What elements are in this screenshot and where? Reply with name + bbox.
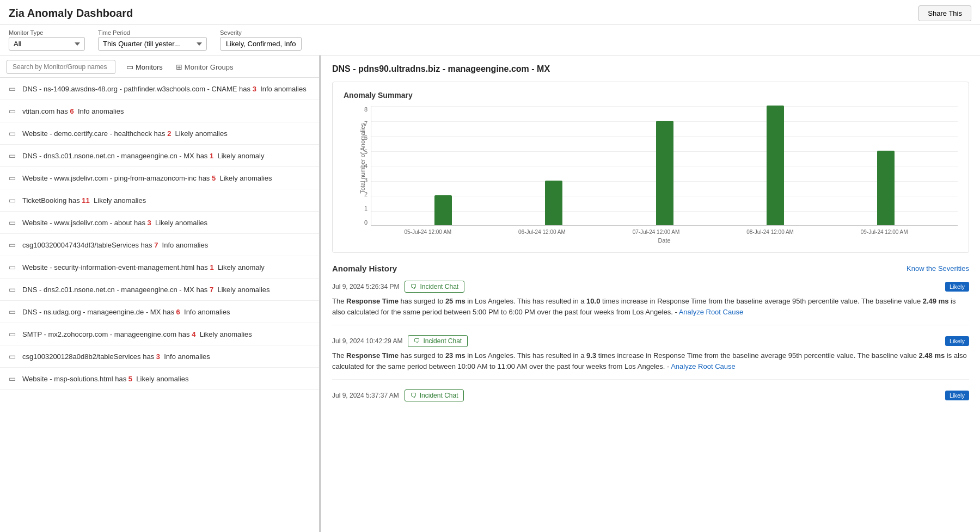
monitors-list: ▭ DNS - ns-1409.awsdns-48.org - pathfind… — [0, 78, 319, 532]
bar-group-2 — [498, 181, 609, 225]
list-item-text-8: csg1003200047434df3/tableServices has — [22, 241, 152, 249]
entry-2-divider — [332, 379, 969, 380]
bold-response-time-1: Response Time — [346, 297, 399, 305]
entry-1-header: Jul 9, 2024 5:26:34 PM 🗨 Incident Chat L… — [332, 281, 969, 293]
page-title: Zia Anomaly Dashboard — [9, 7, 133, 20]
chat-icon-2: 🗨 — [414, 337, 420, 345]
left-panel: ▭ Monitors ⊞ Monitor Groups ▭ DNS - ns-1… — [0, 55, 321, 532]
list-item-2[interactable]: ▭ vtitan.com has 6 Info anomalies — [0, 100, 319, 122]
entry-3-header: Jul 9, 2024 5:37:37 AM 🗨 Incident Chat L… — [332, 389, 969, 401]
share-button[interactable]: Share This — [918, 5, 971, 21]
list-item-suffix-9: Likely anomaly — [216, 263, 265, 271]
y-axis-title: Total number of Anomalies — [359, 123, 366, 194]
list-item-suffix-3: Likely anomalies — [173, 129, 228, 138]
tab-monitors-label: Monitors — [136, 63, 163, 71]
list-item-text-12: SMTP - mx2.zohocorp.com - manageengine.c… — [22, 330, 190, 338]
list-item-text-7: Website - www.jsdelivr.com - about has — [22, 219, 145, 227]
analyze-link-2[interactable]: Analyze Root Cause — [671, 362, 736, 370]
anomaly-summary-chart: Anomaly Summary Total number of Anomalie… — [332, 82, 969, 253]
bold-23ms: 23 ms — [445, 351, 465, 360]
monitor-type-select[interactable]: All — [9, 37, 85, 51]
list-item-count-1: 3 — [250, 85, 258, 93]
list-item-icon-5: ▭ — [9, 174, 16, 182]
monitor-icon: ▭ — [126, 63, 133, 71]
incident-chat-btn-2[interactable]: 🗨 Incident Chat — [408, 335, 468, 347]
list-item-count-9: 1 — [208, 263, 216, 271]
bar-group-3 — [609, 121, 720, 225]
incident-chat-label-3: Incident Chat — [420, 392, 458, 399]
right-panel: DNS - pdns90.ultradns.biz - manageengine… — [321, 55, 980, 532]
top-bar: Zia Anomaly Dashboard Share This — [0, 0, 980, 25]
history-entry-1: Jul 9, 2024 5:26:34 PM 🗨 Incident Chat L… — [332, 281, 969, 325]
y-label-1: 1 — [364, 205, 367, 212]
list-item-4[interactable]: ▭ DNS - dns3.c01.nsone.net.cn - manageen… — [0, 145, 319, 167]
list-item-3[interactable]: ▭ Website - demo.certify.care - healthch… — [0, 122, 319, 145]
list-item-icon-12: ▭ — [9, 330, 16, 338]
entry-1-divider — [332, 325, 969, 325]
tab-monitor-groups-label: Monitor Groups — [185, 63, 234, 71]
list-item-suffix-11: Info anomalies — [182, 308, 230, 316]
list-item-8[interactable]: ▭ csg1003200047434df3/tableServices has … — [0, 234, 319, 256]
incident-chat-btn-3[interactable]: 🗨 Incident Chat — [405, 389, 464, 401]
list-item-6[interactable]: ▭ TicketBooking has 11 Likely anomalies — [0, 189, 319, 212]
list-item-suffix-1: Info anomalies — [259, 85, 307, 93]
list-item-5[interactable]: ▭ Website - www.jsdelivr.com - ping-from… — [0, 167, 319, 189]
y-label-0: 0 — [364, 219, 367, 226]
monitor-type-label: Monitor Type — [9, 29, 85, 36]
bar-3 — [656, 121, 673, 225]
incident-chat-btn-1[interactable]: 🗨 Incident Chat — [405, 281, 464, 293]
list-item-icon-3: ▭ — [9, 129, 16, 138]
bold-2.49ms: 2.49 ms — [923, 297, 949, 305]
list-item-count-6: 11 — [80, 196, 92, 205]
list-item-count-4: 1 — [207, 152, 215, 160]
bar-4 — [767, 106, 784, 225]
list-item-suffix-12: Likely anomalies — [198, 330, 252, 338]
analyze-link-1[interactable]: Analyze Root Cause — [679, 308, 744, 316]
list-item-text-5: Website - www.jsdelivr.com - ping-from-a… — [22, 174, 210, 182]
tab-monitors[interactable]: ▭ Monitors — [124, 61, 165, 72]
y-label-8: 8 — [364, 106, 367, 113]
detail-title: DNS - pdns90.ultradns.biz - manageengine… — [332, 64, 969, 74]
list-item-count-12: 4 — [190, 330, 198, 338]
list-item-icon-13: ▭ — [9, 352, 16, 361]
history-title: Anomaly History — [332, 264, 397, 273]
list-item-suffix-7: Likely anomalies — [153, 219, 207, 227]
list-item-count-10: 7 — [207, 286, 215, 294]
bar-1 — [434, 195, 452, 225]
search-input[interactable] — [7, 60, 115, 74]
monitor-groups-icon: ⊞ — [176, 63, 182, 71]
x-label-2: 06-Jul-24 12:00 AM — [485, 229, 599, 235]
bold-10x: 10.0 — [586, 297, 600, 305]
severity-button[interactable]: Likely, Confirmed, Info — [220, 37, 302, 51]
bold-response-time-2: Response Time — [346, 351, 399, 360]
list-item-text-6: TicketBooking has — [22, 196, 80, 205]
tab-monitor-groups[interactable]: ⊞ Monitor Groups — [174, 61, 236, 72]
entry-2-timestamp: Jul 9, 2024 10:42:29 AM — [332, 337, 402, 345]
list-item-10[interactable]: ▭ DNS - dns2.c01.nsone.net.cn - manageen… — [0, 279, 319, 301]
x-label-5: 09-Jul-24 12:00 AM — [827, 229, 941, 235]
list-item-count-8: 7 — [152, 241, 160, 249]
list-item-icon-7: ▭ — [9, 218, 16, 227]
list-item-9[interactable]: ▭ Website - security-information-event-m… — [0, 256, 319, 279]
know-severities-link[interactable]: Know the Severities — [906, 264, 969, 273]
list-item-count-5: 5 — [210, 174, 217, 182]
time-period-filter: Time Period This Quarter (till yester... — [98, 29, 207, 51]
list-item-1[interactable]: ▭ DNS - ns-1409.awsdns-48.org - pathfind… — [0, 78, 319, 100]
list-item-suffix-8: Info anomalies — [160, 241, 208, 249]
list-item-13[interactable]: ▭ csg1003200128a0d8b2/tableServices has … — [0, 345, 319, 368]
severity-label: Severity — [220, 29, 302, 36]
list-item-count-11: 6 — [174, 308, 182, 316]
list-item-icon-1: ▭ — [9, 84, 16, 93]
list-item-text-11: DNS - ns.udag.org - manageengine.de - MX… — [22, 308, 174, 316]
time-period-label: Time Period — [98, 29, 207, 36]
list-item-12[interactable]: ▭ SMTP - mx2.zohocorp.com - manageengine… — [0, 323, 319, 345]
list-item-text-9: Website - security-information-event-man… — [22, 263, 208, 271]
list-item-11[interactable]: ▭ DNS - ns.udag.org - manageengine.de - … — [0, 301, 319, 323]
list-item-text-13: csg1003200128a0d8b2/tableServices has — [22, 352, 154, 361]
list-item-count-14: 5 — [126, 375, 134, 383]
list-item-text-3: Website - demo.certify.care - healthchec… — [22, 129, 166, 138]
list-item-14[interactable]: ▭ Website - msp-solutions.html has 5 Lik… — [0, 368, 319, 390]
bold-9.3x: 9.3 — [586, 351, 596, 360]
time-period-select[interactable]: This Quarter (till yester... — [98, 37, 207, 51]
list-item-7[interactable]: ▭ Website - www.jsdelivr.com - about has… — [0, 212, 319, 234]
